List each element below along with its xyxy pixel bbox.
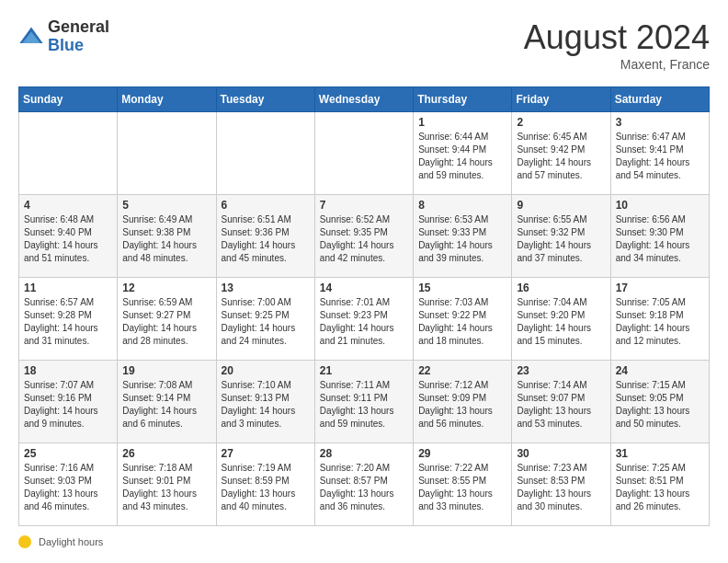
daylight-label: Daylight hours — [39, 536, 103, 547]
day-number: 3 — [616, 116, 704, 129]
day-number: 16 — [517, 282, 605, 294]
calendar-day-cell: 7Sunrise: 6:52 AMSunset: 9:35 PMDaylight… — [314, 195, 413, 278]
calendar-day-cell: 29Sunrise: 7:22 AMSunset: 8:55 PMDayligh… — [414, 443, 512, 526]
day-number: 14 — [320, 282, 408, 294]
day-info: Sunrise: 7:11 AMSunset: 9:11 PMDaylight:… — [320, 379, 408, 431]
calendar-day-header: Saturday — [610, 87, 709, 112]
calendar-day-cell: 17Sunrise: 7:05 AMSunset: 9:18 PMDayligh… — [610, 278, 709, 361]
day-info: Sunrise: 6:57 AMSunset: 9:28 PMDaylight:… — [24, 296, 112, 348]
calendar-day-cell: 14Sunrise: 7:01 AMSunset: 9:23 PMDayligh… — [314, 278, 413, 361]
day-info: Sunrise: 7:10 AMSunset: 9:13 PMDaylight:… — [222, 379, 310, 431]
calendar-table: SundayMondayTuesdayWednesdayThursdayFrid… — [18, 86, 710, 526]
day-info: Sunrise: 7:04 AMSunset: 9:20 PMDaylight:… — [517, 296, 605, 348]
calendar-day-cell — [118, 112, 216, 195]
day-number: 10 — [616, 199, 704, 212]
day-number: 24 — [616, 364, 704, 377]
day-info: Sunrise: 6:56 AMSunset: 9:30 PMDaylight:… — [616, 213, 704, 265]
calendar-week-row: 18Sunrise: 7:07 AMSunset: 9:16 PMDayligh… — [19, 361, 710, 443]
calendar-day-cell — [19, 112, 118, 195]
calendar-day-header: Thursday — [414, 87, 512, 112]
calendar-week-row: 4Sunrise: 6:48 AMSunset: 9:40 PMDaylight… — [19, 195, 710, 278]
day-info: Sunrise: 7:03 AMSunset: 9:22 PMDaylight:… — [418, 296, 506, 348]
calendar-day-cell: 8Sunrise: 6:53 AMSunset: 9:33 PMDaylight… — [414, 195, 512, 278]
calendar-day-cell: 6Sunrise: 6:51 AMSunset: 9:36 PMDaylight… — [216, 195, 314, 278]
calendar-day-cell: 1Sunrise: 6:44 AMSunset: 9:44 PMDaylight… — [414, 112, 512, 195]
day-info: Sunrise: 7:16 AMSunset: 9:03 PMDaylight:… — [24, 462, 112, 513]
day-info: Sunrise: 7:05 AMSunset: 9:18 PMDaylight:… — [616, 296, 704, 348]
calendar-day-cell: 31Sunrise: 7:25 AMSunset: 8:51 PMDayligh… — [610, 443, 709, 526]
day-number: 11 — [24, 282, 112, 294]
calendar-header-row: SundayMondayTuesdayWednesdayThursdayFrid… — [19, 87, 710, 112]
calendar-day-cell: 24Sunrise: 7:15 AMSunset: 9:05 PMDayligh… — [610, 361, 709, 443]
day-number: 18 — [24, 364, 112, 377]
day-number: 30 — [517, 447, 605, 460]
day-info: Sunrise: 6:52 AMSunset: 9:35 PMDaylight:… — [320, 213, 408, 265]
day-info: Sunrise: 7:15 AMSunset: 9:05 PMDaylight:… — [616, 379, 704, 431]
day-number: 21 — [320, 364, 408, 377]
calendar-week-row: 11Sunrise: 6:57 AMSunset: 9:28 PMDayligh… — [19, 278, 710, 361]
day-info: Sunrise: 7:07 AMSunset: 9:16 PMDaylight:… — [24, 379, 112, 431]
calendar-day-header: Sunday — [19, 87, 118, 112]
logo-text: General Blue — [48, 18, 109, 55]
title-block: August 2024 Maxent, France — [524, 18, 710, 72]
day-info: Sunrise: 7:19 AMSunset: 8:59 PMDaylight:… — [222, 462, 310, 513]
calendar-day-header: Tuesday — [216, 87, 314, 112]
sun-icon — [18, 535, 31, 548]
logo-general-text: General — [48, 18, 109, 37]
page-header: General Blue August 2024 Maxent, France — [18, 18, 710, 72]
day-number: 2 — [517, 116, 605, 129]
day-number: 13 — [222, 282, 310, 294]
location-subtitle: Maxent, France — [524, 57, 710, 72]
day-number: 17 — [616, 282, 704, 294]
day-info: Sunrise: 7:22 AMSunset: 8:55 PMDaylight:… — [418, 462, 506, 513]
day-number: 19 — [122, 364, 210, 377]
day-info: Sunrise: 6:47 AMSunset: 9:41 PMDaylight:… — [616, 131, 704, 182]
day-info: Sunrise: 6:48 AMSunset: 9:40 PMDaylight:… — [24, 213, 112, 265]
day-info: Sunrise: 7:01 AMSunset: 9:23 PMDaylight:… — [320, 296, 408, 348]
calendar-day-cell: 23Sunrise: 7:14 AMSunset: 9:07 PMDayligh… — [512, 361, 610, 443]
day-number: 15 — [418, 282, 506, 294]
calendar-day-cell: 10Sunrise: 6:56 AMSunset: 9:30 PMDayligh… — [610, 195, 709, 278]
day-number: 20 — [222, 364, 310, 377]
day-info: Sunrise: 7:25 AMSunset: 8:51 PMDaylight:… — [616, 462, 704, 513]
calendar-week-row: 25Sunrise: 7:16 AMSunset: 9:03 PMDayligh… — [19, 443, 710, 526]
calendar-day-cell: 5Sunrise: 6:49 AMSunset: 9:38 PMDaylight… — [118, 195, 216, 278]
day-number: 22 — [418, 364, 506, 377]
day-number: 28 — [320, 447, 408, 460]
day-number: 8 — [418, 199, 506, 212]
day-number: 7 — [320, 199, 408, 212]
day-number: 23 — [517, 364, 605, 377]
day-number: 6 — [222, 199, 310, 212]
day-info: Sunrise: 7:14 AMSunset: 9:07 PMDaylight:… — [517, 379, 605, 431]
day-info: Sunrise: 7:12 AMSunset: 9:09 PMDaylight:… — [418, 379, 506, 431]
calendar-day-header: Monday — [118, 87, 216, 112]
calendar-day-cell: 18Sunrise: 7:07 AMSunset: 9:16 PMDayligh… — [19, 361, 118, 443]
day-number: 25 — [24, 447, 112, 460]
calendar-day-cell: 9Sunrise: 6:55 AMSunset: 9:32 PMDaylight… — [512, 195, 610, 278]
day-info: Sunrise: 6:45 AMSunset: 9:42 PMDaylight:… — [517, 131, 605, 182]
day-info: Sunrise: 6:53 AMSunset: 9:33 PMDaylight:… — [418, 213, 506, 265]
day-info: Sunrise: 6:55 AMSunset: 9:32 PMDaylight:… — [517, 213, 605, 265]
day-number: 12 — [122, 282, 210, 294]
day-number: 31 — [616, 447, 704, 460]
calendar-day-cell: 16Sunrise: 7:04 AMSunset: 9:20 PMDayligh… — [512, 278, 610, 361]
calendar-day-cell: 30Sunrise: 7:23 AMSunset: 8:53 PMDayligh… — [512, 443, 610, 526]
logo-icon — [18, 24, 44, 50]
day-number: 5 — [122, 199, 210, 212]
calendar-day-cell: 3Sunrise: 6:47 AMSunset: 9:41 PMDaylight… — [610, 112, 709, 195]
calendar-footer: Daylight hours — [18, 535, 710, 548]
day-number: 29 — [418, 447, 506, 460]
calendar-day-cell: 27Sunrise: 7:19 AMSunset: 8:59 PMDayligh… — [216, 443, 314, 526]
day-number: 1 — [418, 116, 506, 129]
day-info: Sunrise: 7:00 AMSunset: 9:25 PMDaylight:… — [222, 296, 310, 348]
day-info: Sunrise: 6:44 AMSunset: 9:44 PMDaylight:… — [418, 131, 506, 182]
calendar-week-row: 1Sunrise: 6:44 AMSunset: 9:44 PMDaylight… — [19, 112, 710, 195]
calendar-day-header: Wednesday — [314, 87, 413, 112]
day-info: Sunrise: 7:20 AMSunset: 8:57 PMDaylight:… — [320, 462, 408, 513]
day-info: Sunrise: 7:08 AMSunset: 9:14 PMDaylight:… — [122, 379, 210, 431]
calendar-day-cell: 15Sunrise: 7:03 AMSunset: 9:22 PMDayligh… — [414, 278, 512, 361]
day-number: 4 — [24, 199, 112, 212]
day-info: Sunrise: 6:59 AMSunset: 9:27 PMDaylight:… — [122, 296, 210, 348]
day-info: Sunrise: 6:49 AMSunset: 9:38 PMDaylight:… — [122, 213, 210, 265]
calendar-day-cell: 28Sunrise: 7:20 AMSunset: 8:57 PMDayligh… — [314, 443, 413, 526]
